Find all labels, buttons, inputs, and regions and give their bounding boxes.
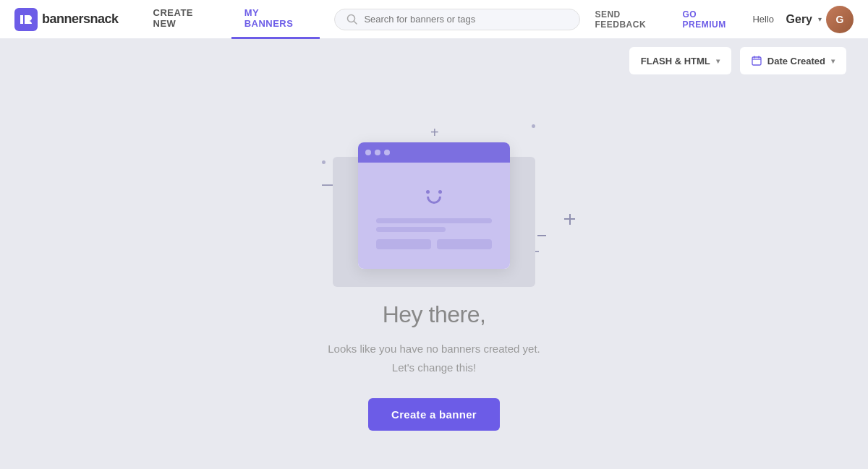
user-name: Gery — [786, 13, 812, 26]
date-sort-chevron-icon: ▾ — [831, 57, 835, 65]
deco-minus-1: — — [322, 178, 333, 192]
browser-body — [358, 163, 510, 269]
browser-btn-1 — [376, 239, 431, 249]
deco-cross-v — [569, 214, 571, 225]
calendar-icon — [752, 56, 762, 66]
toolbar: FLASH & HTML ▾ Date Created ▾ — [0, 39, 868, 82]
avatar[interactable]: G — [826, 6, 854, 33]
filter-type-chevron-icon: ▾ — [716, 57, 720, 65]
browser-dot-2 — [375, 150, 380, 155]
date-sort-label: Date Created — [767, 56, 825, 66]
user-menu[interactable]: Hello Gery ▾ G — [752, 6, 854, 33]
smiley-mouth — [427, 197, 441, 204]
browser-mockup-front — [358, 142, 510, 269]
browser-cta-blocks — [365, 239, 503, 249]
go-premium-link[interactable]: GO PREMIUM — [682, 9, 738, 30]
user-menu-chevron-icon: ▾ — [818, 15, 822, 23]
browser-line-1 — [376, 218, 492, 223]
header-right: SEND FEEDBACK GO PREMIUM Hello Gery ▾ G — [595, 6, 854, 33]
smiley-eye-right — [438, 190, 442, 194]
logo-icon — [14, 8, 38, 31]
nav-my-banners[interactable]: MY BANNERS — [231, 0, 320, 39]
browser-dot-1 — [365, 150, 371, 155]
search-icon — [346, 14, 358, 25]
empty-state-illustration: + + — — — [318, 121, 550, 280]
filter-type-button[interactable]: FLASH & HTML ▾ — [629, 47, 731, 74]
main-content: + + — — — [0, 82, 868, 469]
send-feedback-link[interactable]: SEND FEEDBACK — [595, 9, 668, 30]
filter-type-label: FLASH & HTML — [641, 56, 710, 66]
browser-line-2 — [376, 227, 446, 232]
search-box — [334, 9, 580, 30]
smiley-eye-left — [426, 190, 430, 194]
search-area — [320, 9, 595, 30]
nav-create-new[interactable]: CREATE NEW — [140, 0, 229, 39]
empty-state-title: Hey there, — [383, 301, 486, 328]
svg-rect-2 — [752, 57, 761, 65]
search-input[interactable] — [364, 14, 568, 25]
header: bannersnack CREATE NEW MY BANNERS SEND F… — [0, 0, 868, 39]
hello-label: Hello — [752, 14, 774, 25]
browser-dot-3 — [384, 150, 390, 155]
deco-dot-3 — [322, 160, 326, 164]
empty-subtitle-line1: Looks like you have no banners created y… — [328, 343, 540, 355]
deco-line-3 — [537, 235, 546, 236]
empty-subtitle-line2: Let's change this! — [392, 361, 476, 374]
logo[interactable]: bannersnack — [14, 8, 119, 31]
create-banner-button[interactable]: Create a banner — [368, 398, 500, 431]
logo-text: bannersnack — [42, 12, 119, 27]
deco-plus-1: + — [430, 124, 439, 141]
avatar-image: G — [826, 6, 854, 33]
smiley-eyes — [426, 190, 442, 194]
empty-state-subtitle: Looks like you have no banners created y… — [328, 340, 540, 377]
date-sort-button[interactable]: Date Created ▾ — [740, 47, 846, 74]
main-nav: CREATE NEW MY BANNERS — [140, 0, 320, 39]
browser-btn-2 — [437, 239, 492, 249]
browser-content-lines — [365, 218, 503, 232]
deco-dot-4 — [532, 124, 535, 128]
smiley-face — [416, 182, 452, 211]
browser-topbar — [358, 142, 510, 163]
